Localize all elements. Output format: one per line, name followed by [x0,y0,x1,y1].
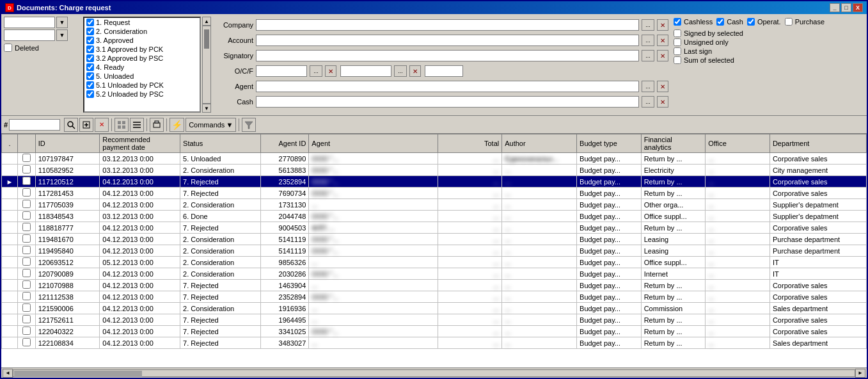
date-to-input[interactable]: 06.12.2013 [4,29,55,41]
company-input[interactable] [256,19,639,31]
scroll-thumb[interactable] [204,29,209,49]
lastsign-checkbox[interactable] [674,47,681,55]
row-select-checkbox[interactable] [22,177,31,185]
ocf-input1[interactable] [256,65,307,77]
ocf-browse-btn2[interactable]: ... [394,65,407,77]
row-select-checkbox[interactable] [22,338,31,346]
row-select-checkbox[interactable] [22,165,31,173]
table-row[interactable]: 12175261104.12.2013 0:007. Rejected19644… [2,314,867,326]
table-row[interactable]: 11949584004.12.2013 0:002. Consideration… [2,245,867,257]
table-row[interactable]: 12159000604.12.2013 0:002. Consideration… [2,303,867,314]
table-row[interactable]: 11770503904.12.2013 0:002. Consideration… [2,199,867,211]
toolbar-btn-1[interactable] [64,118,78,132]
table-row[interactable]: 12111253804.12.2013 0:007. Rejected23528… [2,291,867,303]
checklist-checkbox[interactable] [86,81,94,89]
date-to-picker[interactable]: ▼ [56,29,68,41]
sumselected-checkbox[interactable] [674,56,681,64]
minimize-button[interactable]: _ [830,3,840,12]
table-row[interactable]: 10719784703.12.2013 0:005. Unloaded27708… [2,153,867,165]
cashless-checkbox[interactable] [674,18,681,26]
table-row[interactable]: 11948167004.12.2013 0:002. Consideration… [2,234,867,245]
row-select-checkbox[interactable] [22,315,31,323]
toolbar-btn-lightning[interactable]: ⚡ [170,118,184,132]
purchase-checkbox[interactable] [785,18,793,26]
table-row[interactable]: 12069351205.12.2013 0:002. Consideration… [2,257,867,268]
checklist-checkbox[interactable] [86,36,94,44]
toolbar-btn-6[interactable] [150,118,164,132]
company-browse-btn[interactable]: ... [642,19,654,31]
search-input[interactable] [9,119,60,131]
table-row[interactable]: 11881877704.12.2013 0:007. Rejected90045… [2,222,867,234]
checklist-checkbox[interactable] [86,72,94,80]
date-from-picker[interactable]: ▼ [56,17,68,28]
row-select-checkbox[interactable] [22,257,31,266]
account-clear-btn[interactable]: ✕ [657,35,668,46]
signatory-clear-btn[interactable]: ✕ [657,50,668,61]
table-row[interactable]: 12210883404.12.2013 0:007. Rejected34830… [2,337,867,349]
cash-browse-btn[interactable]: ... [642,96,654,108]
scroll-left-btn[interactable]: ◄ [3,369,13,378]
row-select-checkbox[interactable] [22,292,31,300]
col-header-date[interactable]: Recommendedpayment date [100,134,180,153]
table-row[interactable]: 12204032204.12.2013 0:007. Rejected33410… [2,326,867,337]
row-select-checkbox[interactable] [22,223,31,231]
toolbar-btn-4[interactable] [114,118,129,132]
cash-checkbox[interactable] [716,18,724,26]
scroll-down-btn[interactable]: ▼ [202,104,211,113]
col-header-department[interactable]: Department [769,134,866,153]
col-header-agent[interactable]: Agent [309,134,438,153]
ocf-clear-btn2[interactable]: ✕ [409,65,421,77]
checklist-checkbox[interactable] [86,45,94,53]
company-clear-btn[interactable]: ✕ [657,19,668,31]
table-row[interactable]: ►11712051204.12.2013 0:007. Rejected2352… [2,176,867,188]
ocf-input3[interactable] [425,65,463,77]
maximize-button[interactable]: □ [841,3,851,12]
col-header-financial[interactable]: Financialanalytics [641,134,706,153]
date-from-input[interactable]: 03.12.2013 [4,17,55,28]
row-select-checkbox[interactable] [22,303,31,312]
checklist-checkbox[interactable] [86,90,94,98]
agent-browse-btn[interactable]: ... [642,81,654,92]
signed-checkbox[interactable] [674,29,681,37]
col-header-author[interactable]: Author [502,134,577,153]
table-row[interactable]: 12079008904.12.2013 0:002. Consideration… [2,268,867,280]
agent-input[interactable] [256,81,639,92]
checklist-checkbox[interactable] [86,63,94,71]
scroll-right-btn[interactable]: ► [855,369,865,378]
cash-input[interactable] [256,96,639,108]
account-input[interactable] [256,35,639,46]
signatory-browse-btn[interactable]: ... [642,50,654,61]
row-select-checkbox[interactable] [22,154,31,162]
table-row[interactable]: 11728145304.12.2013 0:007. Rejected76907… [2,188,867,199]
row-select-checkbox[interactable] [22,200,31,208]
h-scroll-track[interactable] [13,369,855,377]
row-select-checkbox[interactable] [22,246,31,254]
filter-btn[interactable] [242,118,256,132]
row-select-checkbox[interactable] [22,188,31,197]
scroll-up-btn[interactable]: ▲ [202,17,211,26]
ocf-browse-btn1[interactable]: ... [310,65,322,77]
col-header-agentid[interactable]: Agent ID [260,134,308,153]
close-button[interactable]: X [853,3,863,12]
signatory-input[interactable] [256,50,639,61]
h-scroll-thumb[interactable] [14,371,142,377]
col-header-id[interactable]: ID [35,134,100,153]
col-header-budget[interactable]: Budget type [577,134,642,153]
row-select-checkbox[interactable] [22,211,31,220]
ocf-input2[interactable] [340,65,391,77]
row-select-checkbox[interactable] [22,234,31,243]
checklist-checkbox[interactable] [86,54,94,62]
checklist-checkbox[interactable] [86,19,94,26]
unsigned-checkbox[interactable] [674,38,681,46]
row-select-checkbox[interactable] [22,327,31,335]
operat-checkbox[interactable] [747,18,755,26]
commands-button[interactable]: Commands ▼ [185,118,236,132]
cash-clear-btn[interactable]: ✕ [657,96,668,108]
toolbar-btn-3[interactable]: ✕ [95,118,109,132]
row-select-checkbox[interactable] [22,269,31,277]
checklist-checkbox[interactable] [86,28,94,35]
account-browse-btn[interactable]: ... [642,35,654,46]
table-row[interactable]: 11058295203.12.2013 0:002. Consideration… [2,165,867,176]
toolbar-btn-2[interactable] [79,118,93,132]
agent-clear-btn[interactable]: ✕ [657,81,668,92]
